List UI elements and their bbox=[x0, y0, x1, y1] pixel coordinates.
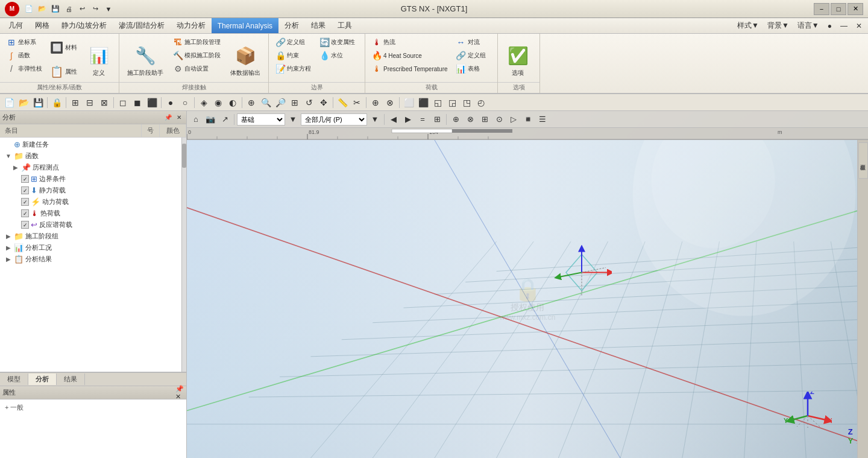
ribbon-btn-sim-stage[interactable]: 🔨 模拟施工阶段 bbox=[170, 49, 224, 62]
tb-zoom-in[interactable]: 🔍 bbox=[259, 96, 272, 109]
ribbon-btn-stage-mgmt[interactable]: 🏗 施工阶段管理 bbox=[170, 36, 224, 48]
vt-grow[interactable]: ▶ bbox=[401, 113, 415, 126]
vt-shrink[interactable]: ◀ bbox=[387, 113, 400, 126]
ribbon-btn-prescribed-temp[interactable]: 🌡 Prescribed Temperature bbox=[369, 63, 451, 75]
ribbon-btn-func[interactable]: ∫ 函数 bbox=[4, 49, 33, 62]
ribbon-btn-constraint-eq[interactable]: 📝 约束方程 bbox=[272, 63, 314, 75]
tb-grid2[interactable]: ⊟ bbox=[83, 96, 96, 109]
ribbon-btn-water[interactable]: 💧 水位 bbox=[316, 49, 358, 62]
static-checkbox[interactable]: ✓ bbox=[21, 186, 29, 194]
tb-snap2[interactable]: ⊗ bbox=[383, 96, 397, 109]
vt-equal[interactable]: = bbox=[416, 113, 429, 126]
tab-analysis[interactable]: 分析 bbox=[28, 374, 57, 385]
vt-snap-cen[interactable]: ⊙ bbox=[492, 113, 506, 126]
tb-right5[interactable]: ◳ bbox=[460, 96, 473, 109]
float-btn[interactable]: — bbox=[837, 22, 851, 30]
tb-section[interactable]: ✂ bbox=[350, 96, 363, 109]
menu-static[interactable]: 静力/边坡分析 bbox=[55, 18, 113, 33]
tb-grid1[interactable]: ⊞ bbox=[69, 96, 82, 109]
vt-snap-node[interactable]: ⊕ bbox=[449, 113, 462, 126]
tree-static-load[interactable]: ✓ ⬇ 静力荷载 bbox=[0, 185, 181, 196]
tb-zoom-fit[interactable]: ⊕ bbox=[245, 96, 258, 109]
tb-view3[interactable]: ◐ bbox=[226, 96, 239, 109]
tree-scrollbar[interactable] bbox=[181, 138, 186, 372]
minimize-btn[interactable]: − bbox=[814, 3, 829, 15]
tb-rotate[interactable]: ↺ bbox=[303, 96, 316, 109]
tab-model[interactable]: 模型 bbox=[0, 374, 28, 385]
maximize-btn[interactable]: □ bbox=[831, 3, 846, 15]
props-pin-btn[interactable]: 📌 bbox=[175, 385, 184, 393]
ribbon-btn-property[interactable]: 📋 属性 bbox=[46, 60, 81, 83]
vt-arrow[interactable]: ↗ bbox=[218, 113, 231, 126]
menu-geometry[interactable]: 几何 bbox=[2, 18, 29, 33]
tb-new[interactable]: 📄 bbox=[2, 96, 16, 109]
vt-base-dropdown[interactable]: ▼ bbox=[286, 113, 300, 126]
tab-results[interactable]: 结果 bbox=[57, 374, 85, 385]
ribbon-btn-change-prop[interactable]: 🔄 改变属性 bbox=[316, 36, 358, 48]
vt-stop[interactable]: ◾ bbox=[521, 113, 535, 126]
tb-zoom-window[interactable]: ⊞ bbox=[288, 96, 301, 109]
tree-dynamic-load[interactable]: ✓ ⚡ 动力荷载 bbox=[0, 196, 181, 208]
ribbon-btn-material[interactable]: 🔲 材料 bbox=[46, 36, 81, 59]
tree-new-task[interactable]: ⊕ 新建任务 bbox=[0, 139, 181, 150]
ribbon-btn-options[interactable]: ✅ 选项 bbox=[502, 36, 534, 84]
tree-history-pts[interactable]: ▶ 📌 历程测点 bbox=[0, 162, 181, 173]
tb-zoom-out[interactable]: 🔎 bbox=[274, 96, 287, 109]
tb-select1[interactable]: ◻ bbox=[116, 96, 130, 109]
tb-snap1[interactable]: ⊕ bbox=[369, 96, 382, 109]
menu-seepage[interactable]: 渗流/固结分析 bbox=[113, 18, 170, 33]
tb-element[interactable]: ○ bbox=[178, 96, 192, 109]
tree-stage-group[interactable]: ▶ 📁 施工阶段组 bbox=[0, 231, 181, 242]
ribbon-btn-data-output[interactable]: 📦 体数据输出 bbox=[226, 36, 265, 84]
menu-analysis[interactable]: 分析 bbox=[278, 18, 305, 33]
vt-geo-dropdown[interactable]: ▼ bbox=[368, 113, 382, 126]
dynamic-checkbox[interactable]: ✓ bbox=[21, 198, 29, 206]
ribbon-btn-heat-flow[interactable]: 🌡 热流 bbox=[369, 36, 451, 48]
tb-view1[interactable]: ◈ bbox=[197, 96, 210, 109]
new-btn[interactable]: 📄 bbox=[23, 3, 35, 15]
menu-tools[interactable]: 工具 bbox=[332, 18, 358, 33]
print-btn[interactable]: 🖨 bbox=[63, 3, 75, 15]
right-panel-btn-1[interactable]: 坐标面板 bbox=[858, 142, 868, 179]
tree-scroll-thumb[interactable] bbox=[182, 144, 186, 168]
ribbon-btn-inelastic[interactable]: / 非弹性枝 bbox=[4, 63, 45, 75]
close-menu[interactable]: ✕ bbox=[852, 22, 866, 30]
ribbon-btn-define[interactable]: 📊 定义 bbox=[83, 36, 115, 84]
ribbon-btn-table[interactable]: 📊 表格 bbox=[453, 63, 489, 75]
ribbon-btn-load-def-group[interactable]: 🔗 定义组 bbox=[453, 49, 489, 62]
ribbon-btn-constraint[interactable]: 🔒 约束 bbox=[272, 49, 314, 62]
help-btn[interactable]: ● bbox=[824, 22, 835, 30]
ribbon-btn-coord[interactable]: ⊞ 坐标系 bbox=[4, 36, 39, 48]
vt-camera[interactable]: 📷 bbox=[204, 113, 217, 126]
menu-mesh[interactable]: 网格 bbox=[29, 18, 55, 33]
ribbon-btn-auto-set[interactable]: ⚙ 自动设置 bbox=[170, 63, 224, 75]
ribbon-btn-def-group[interactable]: 🔗 定义组 bbox=[272, 36, 314, 48]
bg-menu[interactable]: 背景▼ bbox=[764, 21, 793, 31]
menu-dynamic[interactable]: 动力分析 bbox=[171, 18, 212, 33]
boundary-checkbox[interactable]: ✓ bbox=[21, 175, 29, 183]
menu-thermal[interactable]: Thermal Analysis bbox=[212, 18, 278, 33]
tree-analysis-case[interactable]: ▶ 📊 分析工况 bbox=[0, 242, 181, 253]
ribbon-btn-stage-assistant[interactable]: 🔧 施工阶段助手 bbox=[123, 36, 168, 84]
viewport-base-select[interactable]: 基础 bbox=[237, 113, 285, 126]
viewport-geo-select[interactable]: 全部几何 (P) bbox=[301, 113, 367, 126]
close-btn[interactable]: ✕ bbox=[848, 3, 863, 15]
tree-analysis-results[interactable]: ▶ 📋 分析结果 bbox=[0, 253, 181, 265]
tree-response-load[interactable]: ✓ ↩ 反应谱荷载 bbox=[0, 219, 181, 231]
thermal-checkbox[interactable]: ✓ bbox=[21, 209, 29, 217]
tree-thermal-load[interactable]: ✓ 🌡 热荷载 bbox=[0, 208, 181, 219]
tb-right2[interactable]: ⬛ bbox=[417, 96, 430, 109]
style-menu[interactable]: 样式▼ bbox=[734, 21, 763, 31]
vt-home[interactable]: ⌂ bbox=[189, 113, 203, 126]
open-btn[interactable]: 📂 bbox=[36, 3, 48, 15]
vt-snap-int[interactable]: ⊞ bbox=[478, 113, 491, 126]
tree-boundary[interactable]: ✓ ⊞ 边界条件 bbox=[0, 173, 181, 185]
tb-view2[interactable]: ◉ bbox=[212, 96, 225, 109]
undo-btn[interactable]: ↩ bbox=[76, 3, 88, 15]
vt-show-all[interactable]: ⊞ bbox=[430, 113, 444, 126]
tb-pan[interactable]: ✥ bbox=[317, 96, 330, 109]
vt-play[interactable]: ▷ bbox=[507, 113, 520, 126]
tb-right6[interactable]: ◴ bbox=[474, 96, 488, 109]
qat-more[interactable]: ▼ bbox=[102, 3, 115, 15]
viewport[interactable]: ⌂ 📷 ↗ 基础 ▼ 全部几何 (P) ▼ ◀ ▶ = ⊞ ⊕ ⊗ ⊞ ⊙ ▷ … bbox=[187, 111, 868, 458]
